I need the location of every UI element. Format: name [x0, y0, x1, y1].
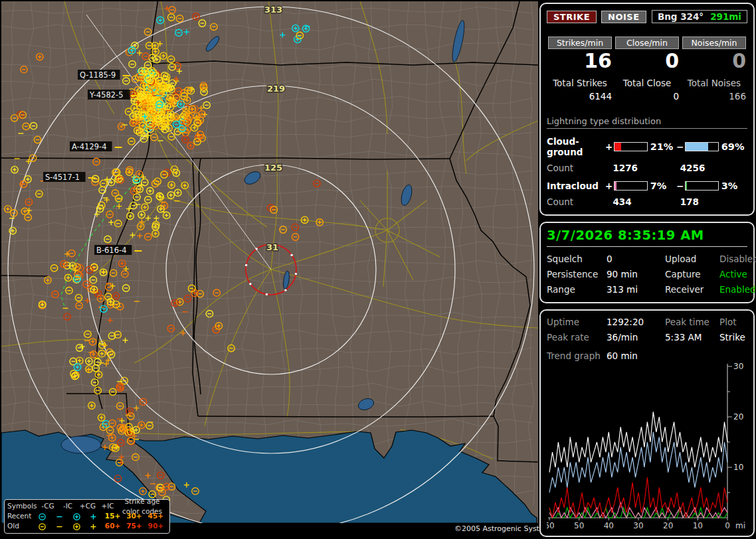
close-per-min-value: 0 [615, 50, 679, 72]
plot-value: Strike [719, 332, 747, 343]
legend-nic-label: -IC [58, 501, 78, 511]
uptime-value: 1292:20 [607, 317, 665, 327]
minus-icon [50, 521, 68, 531]
squelch-value: 0 [607, 254, 665, 264]
cg-minus-bar [685, 142, 719, 151]
rate-columns: Strikes/min 16 Total Strikes 6144 Close/… [548, 37, 746, 102]
squelch-label: Squelch [547, 254, 607, 264]
plus-icon [85, 511, 102, 521]
age-code-75: 75+ [124, 521, 145, 531]
trend-chart: 1020306050403020100min [547, 362, 746, 531]
minus-sign: − [676, 141, 685, 152]
legend-old-row: Old 60+ 75+ 90+ [7, 521, 167, 531]
ic-plus-bar [614, 181, 648, 191]
svg-text:313: 313 [264, 5, 282, 15]
ic-minus-count: 178 [680, 196, 747, 207]
age-code-15: 15+ [102, 511, 124, 521]
svg-text:30: 30 [733, 362, 743, 371]
noise-mode-button[interactable]: NOISE [601, 11, 646, 23]
svg-text:Q-1185-9: Q-1185-9 [80, 70, 116, 80]
circle-plus-icon [68, 511, 85, 521]
session-grid: Uptime 1292:20 Peak time Plot Peak rate … [547, 317, 747, 343]
intracloud-row: Intracloud + 7% − 3% [547, 181, 747, 191]
peak-time-value: 5:33 AM [665, 332, 719, 343]
total-strikes-value: 6144 [548, 91, 612, 102]
status-panel: 3/7/2026 8:35:19 AM Squelch 0 Upload Dis… [539, 222, 755, 303]
range-value: 313 mi [607, 284, 665, 295]
total-close-value: 0 [615, 91, 679, 102]
status-grid: Squelch 0 Upload Disabled Persistence 90… [547, 254, 747, 295]
age-code-90: 90+ [145, 521, 167, 531]
peak-time-label: Peak time [665, 317, 719, 327]
ic-minus-percent: 3% [721, 181, 747, 191]
svg-text:Y-4582-5: Y-4582-5 [89, 90, 124, 100]
close-per-min-button[interactable]: Close/min [615, 37, 679, 49]
cg-plus-count: 1276 [613, 163, 680, 173]
noises-per-min-button[interactable]: Noises/min [682, 37, 746, 49]
svg-text:20: 20 [733, 412, 743, 422]
minus-sign: − [676, 181, 685, 191]
intracloud-label: Intracloud [547, 181, 605, 191]
svg-text:S-4517-1: S-4517-1 [45, 173, 80, 182]
peak-rate-value: 36/min [607, 332, 665, 343]
svg-text:125: 125 [264, 163, 282, 173]
svg-text:10: 10 [693, 521, 703, 530]
circle-minus-icon [34, 511, 51, 521]
legend-symbols-label: Symbols [7, 501, 38, 511]
svg-text:31: 31 [266, 242, 278, 252]
session-panel: Uptime 1292:20 Peak time Plot Peak rate … [539, 309, 755, 537]
right-panel-column: STRIKE NOISE Bng 324° 291mi Strikes/min … [539, 3, 755, 537]
legend-old-label: Old [7, 521, 34, 531]
svg-text:30: 30 [633, 521, 643, 530]
upload-value: Disabled [719, 254, 756, 264]
count-label: Count [547, 163, 613, 173]
bearing-readout: Bng 324° 291mi [652, 10, 747, 23]
persistence-label: Persistence [547, 269, 607, 279]
svg-text:20: 20 [663, 521, 673, 530]
legend-recent-label: Recent [7, 511, 34, 521]
receiver-label: Receiver [665, 284, 719, 295]
circle-minus-icon [34, 521, 51, 531]
svg-text:50: 50 [574, 521, 584, 530]
intracloud-count-row: Count 434 178 [547, 196, 747, 207]
upload-label: Upload [665, 254, 719, 264]
count-label: Count [547, 196, 613, 207]
legend-header-row: Symbols -CG -IC +CG +IC Strike age color… [7, 501, 167, 511]
total-strikes-label: Total Strikes [548, 78, 612, 88]
bearing-label: Bng 324° [658, 11, 704, 22]
svg-text:A-4129-4: A-4129-4 [72, 142, 107, 151]
copyright-text: ©2005 Astrogenic Systems [454, 524, 538, 533]
lightning-map[interactable]: 31321912531Q-1185-9Y-4582-5A-4129-4S-451… [1, 1, 538, 523]
range-label: Range [547, 284, 607, 295]
receiver-value: Enabled [719, 284, 756, 295]
trend-graph-value: 60 min [607, 350, 638, 361]
mode-button-row: STRIKE NOISE Bng 324° 291mi [547, 10, 747, 23]
strike-mode-button[interactable]: STRIKE [547, 11, 597, 23]
cg-plus-percent: 21% [650, 141, 676, 152]
map-canvas[interactable]: 31321912531Q-1185-9Y-4582-5A-4129-4S-451… [1, 1, 538, 523]
legend-pic-label: +IC [98, 501, 118, 511]
symbol-legend: Symbols -CG -IC +CG +IC Strike age color… [4, 499, 170, 534]
capture-label: Capture [665, 269, 719, 279]
distribution-title: Lightning type distribution [547, 116, 747, 129]
trend-graph-label: Trend graph [547, 350, 607, 361]
peak-rate-label: Peak rate [547, 332, 607, 343]
cg-minus-count: 4256 [680, 163, 747, 173]
legend-recent-row: Recent 15+ 30+ 45+ [7, 511, 167, 521]
total-close-label: Total Close [615, 78, 679, 88]
cg-plus-bar [614, 142, 648, 151]
persistence-value: 90 min [607, 269, 665, 279]
total-noises-value: 166 [682, 91, 746, 102]
strikes-per-min-value: 16 [548, 50, 612, 72]
svg-text:10: 10 [733, 463, 743, 472]
app-window: { "header": { "strike_button": "STRIKE",… [0, 0, 756, 539]
strikes-per-min-button[interactable]: Strikes/min [548, 37, 612, 49]
noises-per-min-value: 0 [682, 50, 746, 72]
cloud-ground-count-row: Count 1276 4256 [547, 163, 747, 173]
legend-pcg-label: +CG [78, 501, 98, 511]
plot-label: Plot [719, 317, 747, 327]
cloud-ground-label: Cloud-ground [547, 136, 605, 157]
svg-text:40: 40 [604, 521, 614, 530]
ic-plus-percent: 7% [650, 181, 676, 191]
datetime-display: 3/7/2026 8:35:19 AM [547, 228, 747, 247]
